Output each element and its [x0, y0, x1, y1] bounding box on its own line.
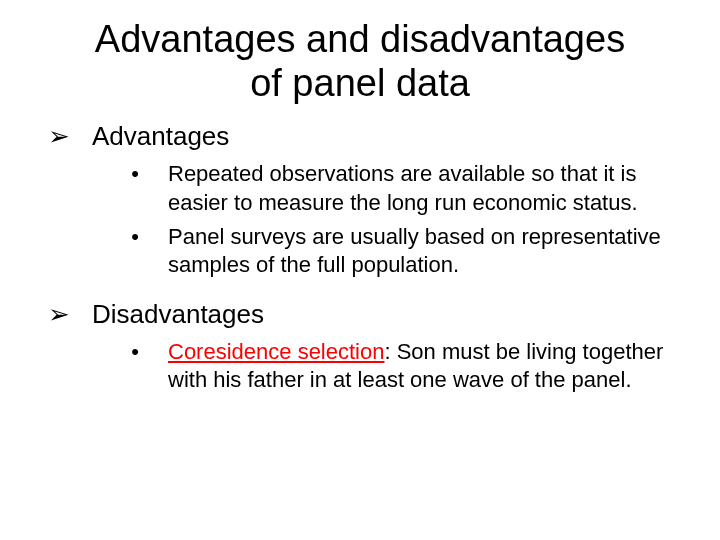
coresidence-term: Coresidence selection: [168, 339, 384, 364]
arrow-icon: ➢: [46, 299, 72, 330]
slide: Advantages and disadvantages of panel da…: [0, 0, 720, 540]
section-heading: Disadvantages: [92, 299, 264, 329]
bullet-text: Coresidence selection: Son must be livin…: [168, 339, 663, 392]
title-line-1: Advantages and disadvantages: [95, 18, 625, 60]
bullet-text: Repeated observations are available so t…: [168, 161, 638, 214]
list-item: • Panel surveys are usually based on rep…: [120, 221, 676, 283]
bullet-icon: •: [120, 160, 150, 188]
title-line-2: of panel data: [250, 62, 470, 104]
arrow-icon: ➢: [46, 121, 72, 152]
list-item: • Repeated observations are available so…: [120, 158, 676, 220]
bullet-text: Panel surveys are usually based on repre…: [168, 224, 661, 277]
list-item: • Coresidence selection: Son must be liv…: [120, 336, 676, 398]
advantages-bullets: • Repeated observations are available so…: [0, 156, 720, 291]
section-heading: Advantages: [92, 121, 229, 151]
disadvantages-bullets: • Coresidence selection: Son must be liv…: [0, 334, 720, 406]
bullet-icon: •: [120, 338, 150, 366]
slide-title: Advantages and disadvantages of panel da…: [0, 0, 720, 113]
bullet-icon: •: [120, 223, 150, 251]
section-advantages: ➢ Advantages: [0, 113, 720, 156]
section-disadvantages: ➢ Disadvantages: [0, 291, 720, 334]
